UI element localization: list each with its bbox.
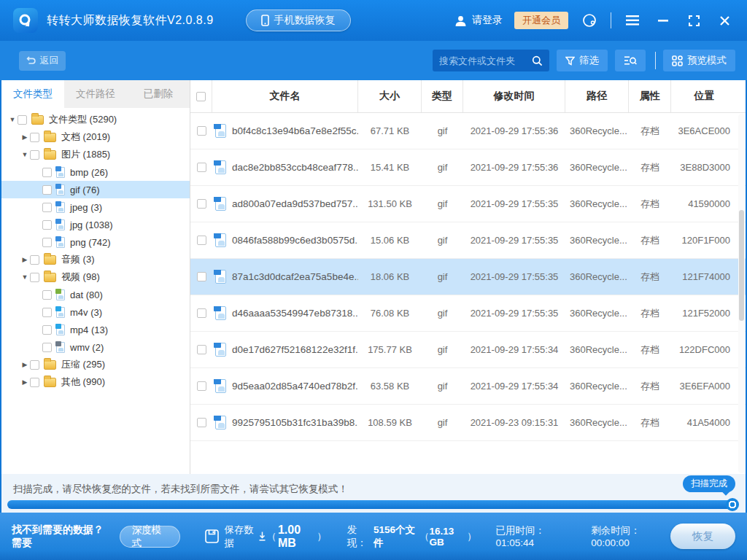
deep-mode-button[interactable]: 深度模式	[120, 526, 180, 548]
login-button[interactable]: 请登录	[454, 14, 503, 27]
tree-item-图片[interactable]: ▼图片 (1885)	[1, 146, 190, 163]
sidebar-tab-文件路径[interactable]: 文件路径	[64, 80, 127, 108]
tree-checkbox[interactable]	[18, 115, 27, 125]
tree-item-png[interactable]: png (742)	[1, 233, 190, 251]
chevron-right-icon[interactable]: ▶	[20, 133, 30, 141]
chevron-right-icon[interactable]: ▶	[20, 361, 30, 368]
cell-loc: 3E6ACE000	[671, 125, 738, 136]
tree-item-gif[interactable]: gif (76)	[1, 181, 190, 198]
tree-checkbox[interactable]	[42, 185, 52, 195]
tree-item-wmv[interactable]: wmv (2)	[1, 338, 190, 356]
tree-checkbox[interactable]	[30, 150, 39, 160]
cell-attr: 存档	[629, 380, 671, 393]
tree-item-mp4[interactable]: mp4 (13)	[1, 321, 190, 338]
customer-service-icon[interactable]	[580, 11, 599, 30]
tree-checkbox[interactable]	[30, 255, 39, 265]
advanced-search-button[interactable]	[615, 50, 646, 71]
row-checkbox[interactable]	[197, 418, 206, 427]
tree-item-dat[interactable]: dat (80)	[1, 286, 190, 303]
tree-checkbox[interactable]	[30, 378, 39, 387]
tree-item-其他[interactable]: ▶其他 (990)	[1, 373, 190, 391]
phone-recovery-button[interactable]: 手机数据恢复	[246, 9, 351, 31]
tree-checkbox[interactable]	[30, 273, 39, 282]
row-checkbox[interactable]	[197, 199, 206, 209]
tree-checkbox[interactable]	[42, 168, 52, 177]
column-header-类型[interactable]: 类型	[422, 80, 463, 112]
tree-checkbox[interactable]	[42, 308, 52, 317]
tree-item-m4v[interactable]: m4v (3)	[1, 303, 190, 321]
row-checkbox[interactable]	[197, 308, 206, 318]
cell-time: 2021-09-29 17:55:35	[463, 235, 565, 246]
gif-file-icon	[215, 233, 226, 247]
table-row[interactable]: ad800a07eda9d537bed757...131.50 KBgif202…	[190, 186, 746, 222]
row-checkbox[interactable]	[197, 272, 206, 281]
row-checkbox[interactable]	[197, 345, 206, 354]
sidebar-tab-文件类型[interactable]: 文件类型	[1, 80, 64, 108]
chevron-down-icon[interactable]: ▼	[20, 273, 30, 281]
row-checkbox[interactable]	[197, 126, 206, 136]
tree-checkbox[interactable]	[42, 220, 52, 230]
tree-item-文件类型[interactable]: ▼文件类型 (5290)	[1, 111, 190, 128]
tree-checkbox[interactable]	[42, 343, 52, 352]
vip-button[interactable]: 开通会员	[514, 12, 568, 29]
table-row[interactable]: 87a1c3d0dcaf2ea75a5be4e...18.06 KBgif202…	[190, 259, 746, 295]
column-header-修改时间[interactable]: 修改时间	[463, 80, 565, 112]
row-checkbox[interactable]	[197, 236, 206, 245]
table-header: 文件名大小类型修改时间路径属性位置	[190, 80, 746, 113]
maximize-button[interactable]	[684, 11, 703, 30]
column-header-路径[interactable]: 路径	[565, 80, 629, 112]
column-header-大小[interactable]: 大小	[358, 80, 422, 112]
table-row[interactable]: 9d5eaa02d85a4740ed78b2f...63.58 KBgif202…	[190, 368, 746, 405]
chevron-down-icon[interactable]: ▼	[7, 116, 18, 123]
preview-mode-button[interactable]: 预览模式	[663, 50, 735, 71]
save-data-group[interactable]: 保存数据 （ 1.00 MB ）	[205, 524, 327, 550]
table-row[interactable]: dac8e2bb853ccb48ceaf778...15.41 KBgif202…	[190, 149, 746, 186]
folder-icon	[44, 150, 56, 160]
tree-item-视频[interactable]: ▼视频 (98)	[1, 268, 190, 286]
cell-loc: 120F1F000	[671, 235, 738, 246]
column-header-位置[interactable]: 位置	[671, 80, 738, 112]
tree-checkbox[interactable]	[30, 360, 39, 370]
tree-item-jpeg[interactable]: jpeg (3)	[1, 198, 190, 216]
sidebar-tabs: 文件类型文件路径已删除	[1, 80, 190, 108]
chevron-right-icon[interactable]: ▶	[20, 378, 30, 386]
cell-type: gif	[422, 198, 463, 209]
cell-size: 63.58 KB	[358, 381, 422, 392]
tree-item-jpg[interactable]: jpg (1038)	[1, 216, 190, 233]
row-checkbox[interactable]	[197, 381, 206, 391]
chevron-right-icon[interactable]: ▶	[20, 256, 30, 263]
tree-item-文档[interactable]: ▶文档 (2019)	[1, 128, 190, 146]
filter-button[interactable]: 筛选	[557, 50, 608, 71]
tree-item-压缩[interactable]: ▶压缩 (295)	[1, 356, 190, 373]
table-row[interactable]: 0846fa588b99c6ed3b0575d...15.06 KBgif202…	[190, 222, 746, 259]
sidebar-tab-已删除[interactable]: 已删除	[127, 80, 190, 108]
table-row[interactable]: d46aaaa53549947eb87318...76.08 KBgif2021…	[190, 295, 746, 332]
column-header-文件名[interactable]: 文件名	[212, 80, 358, 112]
search-icon[interactable]	[532, 55, 543, 66]
table-row[interactable]: d0e17d627f52168122e32f1f...175.77 KBgif2…	[190, 332, 746, 368]
tree-item-bmp[interactable]: bmp (26)	[1, 163, 190, 181]
gif-file-icon	[215, 160, 226, 174]
select-all-checkbox[interactable]	[196, 92, 206, 101]
chevron-down-icon[interactable]: ▼	[20, 151, 30, 158]
progress-knob[interactable]	[726, 498, 739, 511]
column-header-属性[interactable]: 属性	[629, 80, 671, 112]
table-row[interactable]: 9925795105b31fc31ba39b8...108.59 KBgif20…	[190, 405, 746, 441]
back-button[interactable]: 返回	[19, 51, 66, 71]
close-button[interactable]	[715, 11, 734, 30]
scrollbar-thumb[interactable]	[739, 210, 744, 321]
tree-item-音频[interactable]: ▶音频 (3)	[1, 251, 190, 268]
search-input[interactable]	[439, 55, 527, 66]
tree-checkbox[interactable]	[42, 325, 52, 335]
tree-checkbox[interactable]	[30, 133, 39, 142]
tree-checkbox[interactable]	[42, 203, 52, 212]
tree-checkbox[interactable]	[42, 238, 52, 247]
row-checkbox[interactable]	[197, 163, 206, 172]
recover-button[interactable]: 恢复	[670, 524, 735, 549]
table-row[interactable]: b0f4c8c13e94b6a7e8e2f55c...67.71 KBgif20…	[190, 113, 746, 149]
tree-checkbox[interactable]	[42, 290, 52, 300]
vertical-scrollbar[interactable]	[738, 114, 745, 473]
cell-time: 2021-09-29 17:55:35	[463, 308, 565, 319]
menu-button[interactable]	[623, 11, 642, 30]
minimize-button[interactable]	[654, 11, 673, 30]
